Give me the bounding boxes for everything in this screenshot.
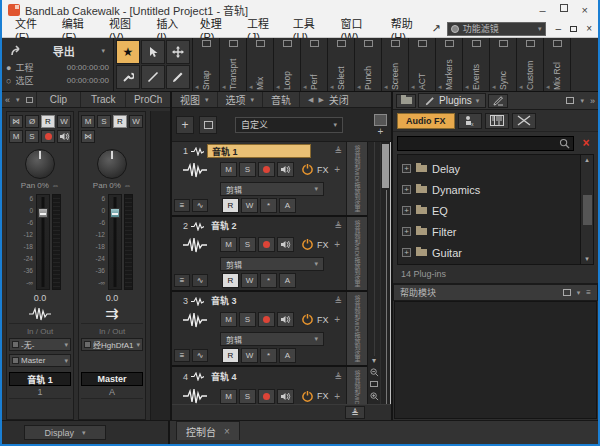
select-tool-button[interactable]	[141, 40, 165, 64]
archive-button[interactable]: A	[279, 273, 296, 288]
tab-plugins[interactable]: Plugins ▾	[418, 93, 486, 108]
interleave-button[interactable]: ⋈	[9, 115, 23, 128]
expand-tracks-button[interactable]: +	[378, 128, 384, 136]
zoom-in-icon[interactable]	[370, 392, 379, 404]
expand-arrow-icon[interactable]: ↗	[432, 22, 441, 35]
record-arm-button[interactable]	[258, 312, 275, 327]
module-sync[interactable]: Sync◂	[490, 38, 517, 91]
clear-search-button[interactable]: ×	[578, 136, 594, 150]
solo-button[interactable]: S	[25, 130, 39, 143]
dock-icon[interactable]	[563, 289, 571, 296]
track-row[interactable]: 1 音轨 1 ≜ M S	[172, 142, 367, 217]
mdi-minimize-button[interactable]: –	[556, 23, 562, 34]
freeze-button[interactable]: *	[260, 273, 277, 288]
options-menu[interactable]: 选项▾	[218, 92, 264, 107]
mute-button[interactable]: M	[220, 237, 237, 252]
tab-proch[interactable]: ProCh	[125, 92, 170, 107]
module-snap[interactable]: Snap◂	[193, 38, 220, 91]
add-fx-button[interactable]: +	[334, 314, 340, 325]
dock-icon[interactable]	[566, 97, 574, 104]
smart-tool-button[interactable]: ★	[116, 40, 140, 64]
clips-drop-zone[interactable]: 将音频和MIDI拖放到这里	[346, 292, 367, 365]
midi-fx-button[interactable]	[512, 113, 536, 129]
add-track-button[interactable]: +	[176, 116, 194, 134]
module-perf[interactable]: Perf◂	[301, 38, 328, 91]
scroll-up-icon[interactable]: ▴	[585, 156, 589, 164]
read-automation-button[interactable]: R	[222, 348, 239, 363]
minimize-button[interactable]: –	[539, 4, 545, 16]
tab-console[interactable]: 控制台 ×	[176, 421, 240, 440]
tab-track[interactable]: Track	[80, 92, 125, 107]
expand-icon[interactable]: +	[402, 227, 411, 236]
scrollbar-thumb[interactable]	[382, 144, 389, 188]
mute-button[interactable]: M	[220, 162, 237, 177]
read-automation-button[interactable]: R	[41, 115, 55, 128]
expand-icon[interactable]: +	[402, 248, 411, 257]
module-custom[interactable]: Custom◂	[517, 38, 544, 91]
expand-icon[interactable]: +	[402, 164, 411, 173]
media-browser-button[interactable]	[396, 94, 416, 108]
fx-chains-button[interactable]: x	[458, 113, 482, 129]
record-arm-button[interactable]	[41, 130, 55, 143]
pan-knob[interactable]	[25, 149, 55, 179]
module-transport[interactable]: Transprt◂	[220, 38, 247, 91]
module-punch[interactable]: Punch◂	[355, 38, 382, 91]
clip-display-dropdown[interactable]: 剪辑▾	[220, 332, 324, 346]
write-automation-button[interactable]: W	[241, 273, 258, 288]
chevron-down-icon[interactable]: ▾	[577, 289, 581, 297]
zoom-fader-icon[interactable]	[370, 380, 378, 392]
solo-button[interactable]: S	[239, 389, 256, 404]
mute-button[interactable]: M	[220, 389, 237, 404]
fx-bin[interactable]: FX	[302, 391, 332, 402]
vertical-scrollbar[interactable]	[380, 142, 391, 404]
maximize-button[interactable]	[560, 4, 568, 12]
module-screen[interactable]: Screen◂	[382, 38, 409, 91]
phase-button[interactable]: Ø	[25, 115, 39, 128]
tree-item-delay[interactable]: +Delay	[402, 158, 580, 179]
input-echo-button[interactable]	[277, 237, 294, 252]
clips-drop-zone[interactable]: 将音频和MIDI拖放到这里	[346, 142, 367, 215]
write-automation-button[interactable]: W	[57, 115, 71, 128]
notes-browser-button[interactable]	[488, 94, 508, 108]
expand-icon[interactable]: +	[402, 206, 411, 215]
track-name-box[interactable]: 音轨 1	[9, 372, 71, 386]
fader-grip[interactable]	[38, 208, 48, 218]
zoom-out-icon[interactable]	[370, 368, 379, 380]
mdi-close-button[interactable]: ×	[586, 23, 592, 34]
chevron-down-icon[interactable]: ▾	[580, 97, 584, 105]
read-automation-button[interactable]: R	[113, 115, 127, 128]
track-name[interactable]: 音轨 3	[207, 294, 331, 308]
plugin-search-input[interactable]	[397, 136, 574, 151]
fx-bin[interactable]: FX	[302, 314, 332, 325]
solo-button[interactable]: S	[239, 312, 256, 327]
output-dropdown[interactable]: Master▾	[9, 354, 71, 367]
export-button[interactable]: 导出 ▾	[6, 41, 109, 61]
read-automation-button[interactable]: R	[222, 273, 239, 288]
track-name-edit[interactable]: 音轨 1	[207, 144, 311, 158]
tree-item-filter[interactable]: +Filter	[402, 221, 580, 242]
track-row[interactable]: 3 音轨 3 ≜ M S	[172, 292, 367, 367]
output-dropdown[interactable]: 经HghDfA1▾	[81, 338, 143, 351]
feature-filter-dropdown[interactable]: 功能滤镜 ▾	[447, 22, 546, 36]
input-echo-button[interactable]	[277, 312, 294, 327]
clips-drop-zone[interactable]: 将音频和MIDI拖放到这里	[346, 217, 367, 290]
time-project-row[interactable]: ● 工程 00:00:00:00	[6, 61, 109, 74]
clips-drop-zone[interactable]: 将音频和MIDI拖放到这里	[346, 367, 367, 404]
clip-display-dropdown[interactable]: 剪辑▾	[220, 182, 324, 196]
input-echo-button[interactable]	[277, 162, 294, 177]
collapse-icon[interactable]: «	[2, 95, 13, 105]
mute-button[interactable]: M	[9, 130, 23, 143]
module-markers[interactable]: Markers◂	[436, 38, 463, 91]
close-button[interactable]: ×	[582, 4, 588, 16]
automation-button[interactable]: ∿	[192, 274, 208, 287]
audio-fx-filter-button[interactable]: Audio FX	[397, 113, 455, 129]
freeze-button[interactable]: *	[260, 198, 277, 213]
restore-strip-icon[interactable]: ≜	[334, 221, 342, 231]
automation-button[interactable]: ∿	[192, 199, 208, 212]
float-window-icon[interactable]	[26, 97, 33, 103]
write-automation-button[interactable]: W	[129, 115, 143, 128]
write-automation-button[interactable]: W	[241, 348, 258, 363]
fx-bin[interactable]: FX	[302, 164, 332, 175]
fader-grip[interactable]	[110, 208, 120, 218]
track-row[interactable]: 4 音轨 4 ≜ M S	[172, 367, 367, 404]
